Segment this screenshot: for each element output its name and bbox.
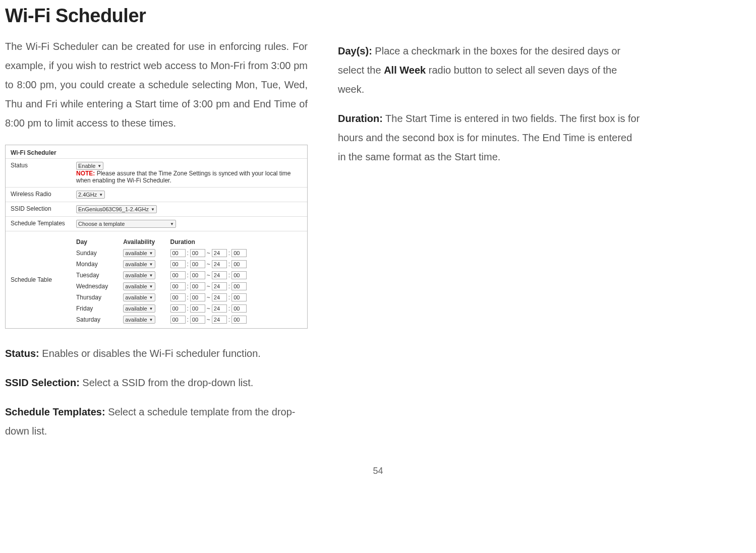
note-text: Please assure that the Time Zone Setting… bbox=[76, 170, 291, 184]
start-hour-input[interactable]: 00 bbox=[170, 316, 186, 324]
table-row: Wednesdayavailable ▼00:00~24:00 bbox=[76, 281, 262, 292]
availability-select[interactable]: available ▼ bbox=[123, 282, 155, 290]
start-min-input[interactable]: 00 bbox=[190, 316, 205, 324]
cell-day: Sunday bbox=[76, 248, 123, 259]
cell-duration: 00:00~24:00 bbox=[170, 314, 262, 325]
start-hour-input[interactable]: 00 bbox=[170, 260, 186, 268]
availability-select[interactable]: available ▼ bbox=[123, 316, 155, 324]
chevron-down-icon: ▼ bbox=[149, 306, 153, 311]
definitions-left: Status: Enables or disables the Wi-Fi sc… bbox=[5, 344, 308, 441]
start-min-input[interactable]: 00 bbox=[190, 271, 205, 279]
col-header-duration: Duration bbox=[170, 236, 262, 248]
intro-paragraph: The Wi-Fi Scheduler can be created for u… bbox=[5, 37, 308, 133]
table-row: Fridayavailable ▼00:00~24:00 bbox=[76, 303, 262, 314]
end-hour-input[interactable]: 24 bbox=[212, 271, 227, 279]
cell-duration: 00:00~24:00 bbox=[170, 259, 262, 270]
def-days: Day(s): Place a checkmark in the boxes f… bbox=[338, 41, 641, 99]
status-select[interactable]: Enable ▼ bbox=[76, 162, 103, 170]
end-min-input[interactable]: 00 bbox=[231, 282, 247, 290]
start-min-input[interactable]: 00 bbox=[190, 249, 205, 257]
cell-duration: 00:00~24:00 bbox=[170, 270, 262, 281]
cell-duration: 00:00~24:00 bbox=[170, 281, 262, 292]
cell-day: Tuesday bbox=[76, 270, 123, 281]
start-min-input[interactable]: 00 bbox=[190, 304, 205, 313]
end-min-input[interactable]: 00 bbox=[231, 260, 247, 268]
table-row: Saturdayavailable ▼00:00~24:00 bbox=[76, 314, 262, 325]
chevron-down-icon: ▼ bbox=[149, 273, 153, 278]
row-label-radio: Wireless Radio bbox=[6, 188, 71, 202]
embedded-screenshot: Wi-Fi Scheduler Status Enable ▼ NOTE: Pl… bbox=[5, 145, 308, 329]
row-label-ssid: SSID Selection bbox=[6, 202, 71, 217]
start-min-input[interactable]: 00 bbox=[190, 293, 205, 301]
cell-duration: 00:00~24:00 bbox=[170, 248, 262, 259]
definitions-right: Day(s): Place a checkmark in the boxes f… bbox=[338, 41, 641, 166]
availability-select[interactable]: available ▼ bbox=[123, 271, 155, 279]
left-column: Wi-Fi Scheduler The Wi-Fi Scheduler can … bbox=[5, 5, 308, 451]
cell-day: Thursday bbox=[76, 292, 123, 303]
ssid-select[interactable]: EnGenius063C96_1-2.4GHz ▼ bbox=[76, 205, 157, 213]
chevron-down-icon: ▼ bbox=[170, 222, 174, 226]
end-hour-input[interactable]: 24 bbox=[212, 249, 227, 257]
end-hour-input[interactable]: 24 bbox=[212, 304, 227, 313]
chevron-down-icon: ▼ bbox=[149, 251, 153, 256]
table-row: Tuesdayavailable ▼00:00~24:00 bbox=[76, 270, 262, 281]
end-hour-input[interactable]: 24 bbox=[212, 260, 227, 268]
chevron-down-icon: ▼ bbox=[99, 193, 103, 197]
screenshot-form-table: Status Enable ▼ NOTE: Please assure that… bbox=[6, 158, 307, 328]
def-duration: Duration: The Start Time is entered in t… bbox=[338, 109, 641, 166]
end-hour-input[interactable]: 24 bbox=[212, 316, 227, 324]
start-hour-input[interactable]: 00 bbox=[170, 304, 186, 313]
end-min-input[interactable]: 00 bbox=[231, 293, 247, 301]
def-status: Status: Enables or disables the Wi-Fi sc… bbox=[5, 344, 308, 363]
row-label-template: Schedule Templates bbox=[6, 217, 71, 231]
cell-day: Saturday bbox=[76, 314, 123, 325]
table-row: Thursdayavailable ▼00:00~24:00 bbox=[76, 292, 262, 303]
chevron-down-icon: ▼ bbox=[149, 262, 153, 267]
row-label-status: Status bbox=[6, 159, 71, 188]
end-hour-input[interactable]: 24 bbox=[212, 293, 227, 301]
screenshot-title: Wi-Fi Scheduler bbox=[6, 145, 307, 158]
def-ssid-selection: SSID Selection: Select a SSID from the d… bbox=[5, 373, 308, 392]
template-select[interactable]: Choose a template ▼ bbox=[76, 220, 176, 228]
end-min-input[interactable]: 00 bbox=[231, 304, 247, 313]
start-hour-input[interactable]: 00 bbox=[170, 271, 186, 279]
chevron-down-icon: ▼ bbox=[97, 164, 101, 168]
wireless-radio-select[interactable]: 2.4GHz ▼ bbox=[76, 191, 105, 199]
right-column: Day(s): Place a checkmark in the boxes f… bbox=[338, 5, 641, 451]
chevron-down-icon: ▼ bbox=[149, 318, 153, 322]
start-min-input[interactable]: 00 bbox=[190, 282, 205, 290]
end-hour-input[interactable]: 24 bbox=[212, 282, 227, 290]
end-min-input[interactable]: 00 bbox=[231, 271, 247, 279]
cell-day: Wednesday bbox=[76, 281, 123, 292]
chevron-down-icon: ▼ bbox=[151, 207, 155, 212]
row-label-schedule-table: Schedule Table bbox=[6, 231, 71, 329]
start-hour-input[interactable]: 00 bbox=[170, 293, 186, 301]
page-number: 54 bbox=[0, 466, 756, 476]
availability-select[interactable]: available ▼ bbox=[123, 260, 155, 268]
cell-duration: 00:00~24:00 bbox=[170, 292, 262, 303]
table-row: Sundayavailable ▼00:00~24:00 bbox=[76, 248, 262, 259]
cell-duration: 00:00~24:00 bbox=[170, 303, 262, 314]
def-schedule-templates: Schedule Templates: Select a schedule te… bbox=[5, 402, 308, 441]
start-hour-input[interactable]: 00 bbox=[170, 249, 186, 257]
end-min-input[interactable]: 00 bbox=[231, 249, 247, 257]
col-header-availability: Availability bbox=[123, 236, 170, 248]
availability-select[interactable]: available ▼ bbox=[123, 304, 155, 313]
note-label: NOTE: bbox=[76, 170, 95, 177]
page-title: Wi-Fi Scheduler bbox=[5, 5, 308, 27]
cell-day: Friday bbox=[76, 303, 123, 314]
col-header-day: Day bbox=[76, 236, 123, 248]
start-hour-input[interactable]: 00 bbox=[170, 282, 186, 290]
start-min-input[interactable]: 00 bbox=[190, 260, 205, 268]
cell-day: Monday bbox=[76, 259, 123, 270]
chevron-down-icon: ▼ bbox=[149, 295, 153, 300]
table-row: Mondayavailable ▼00:00~24:00 bbox=[76, 259, 262, 270]
availability-select[interactable]: available ▼ bbox=[123, 249, 155, 257]
end-min-input[interactable]: 00 bbox=[231, 316, 247, 324]
schedule-inner-table: Day Availability Duration Sundayavailabl… bbox=[76, 236, 262, 325]
chevron-down-icon: ▼ bbox=[149, 284, 153, 289]
availability-select[interactable]: available ▼ bbox=[123, 293, 155, 301]
